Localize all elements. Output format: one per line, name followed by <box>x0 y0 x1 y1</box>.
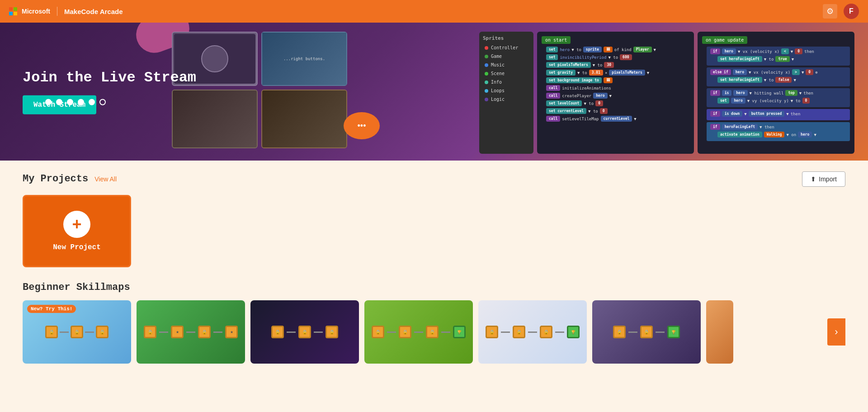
app-name: MakeCode Arcade <box>64 8 123 15</box>
node-trophy: 🏆 <box>567 326 580 338</box>
node: 🔒 <box>399 326 411 338</box>
microsoft-label: Microsoft <box>22 8 50 15</box>
blocks-right-panel: on game update if hero ▼ vx (velocity x)… <box>698 32 854 154</box>
skillmap-nodes-2: 🔒 ★ 🔒 ★ <box>139 321 242 343</box>
projects-grid: + New Project <box>23 195 845 267</box>
microsoft-logo[interactable]: Microsoft <box>9 7 50 15</box>
import-button[interactable]: ⬆ Import <box>802 171 845 187</box>
video-area: ...right buttons. ••• <box>172 32 353 148</box>
dot-1[interactable] <box>45 99 52 105</box>
my-projects-title-area: My Projects View All <box>23 173 117 185</box>
avatar-label: F <box>849 7 854 15</box>
node: 🔒 <box>144 326 156 338</box>
plus-icon: + <box>72 216 81 232</box>
new-project-icon: + <box>63 211 90 238</box>
node: 🔒 <box>640 326 653 338</box>
skillmap-card-6-bg: 🔒 🔒 🏆 <box>592 300 701 364</box>
skillmap-card-2[interactable]: 🔒 ★ 🔒 ★ <box>137 300 245 364</box>
path-line <box>501 331 510 333</box>
skillmap-nodes-6: 🔒 🔒 🏆 <box>609 321 684 343</box>
main-content: My Projects View All ⬆ Import + New Proj… <box>0 161 868 374</box>
path-line <box>555 331 564 333</box>
node: 🔒 <box>271 326 284 338</box>
node: 🔒 <box>540 326 552 338</box>
path-line <box>414 331 423 333</box>
code-panel-area: Sprites Controller Game Music Scene Info <box>479 32 854 154</box>
skillmap-card-5[interactable]: 🔒 🔒 🔒 🏆 <box>478 300 587 364</box>
node: 🔒 <box>198 326 211 338</box>
dot-6[interactable] <box>99 99 106 105</box>
path-line <box>314 331 323 333</box>
dot-3[interactable] <box>67 99 73 105</box>
node: 🔒 <box>71 326 83 338</box>
dot-5[interactable] <box>89 99 95 105</box>
path-line <box>159 331 168 333</box>
path-line <box>628 331 637 333</box>
user-avatar[interactable]: F <box>844 4 859 19</box>
node: 🔒 <box>326 326 338 338</box>
node: 🔒 <box>372 326 384 338</box>
node: 🔒 <box>298 326 311 338</box>
import-label: Import <box>819 175 837 183</box>
dot-4[interactable] <box>78 99 84 105</box>
path-line <box>60 331 69 333</box>
import-icon: ⬆ <box>811 175 816 183</box>
path-line <box>287 331 296 333</box>
beginner-skillmaps-section: Beginner Skillmaps 🔒 🔒 🔒 <box>23 282 845 364</box>
path-line <box>656 331 665 333</box>
node: ★ <box>225 326 238 338</box>
skillmaps-grid: 🔒 🔒 🔒 New? Try This! <box>23 300 845 364</box>
skillmap-card-4-bg: 🔒 🔒 🔒 🏆 <box>364 300 473 364</box>
hero-title: Join the Live Stream <box>23 69 196 86</box>
beginner-skillmaps-title: Beginner Skillmaps <box>23 282 845 293</box>
node: 🔒 <box>486 326 498 338</box>
node: 🔒 <box>96 326 108 338</box>
new-badge: New? Try This! <box>27 305 76 313</box>
skillmap-nodes-3: 🔒 🔒 🔒 <box>267 321 343 343</box>
skillmap-nodes-4: 🔒 🔒 🔒 🏆 <box>367 321 470 343</box>
skillmap-card-4[interactable]: 🔒 🔒 🔒 🏆 <box>364 300 473 364</box>
next-icon: › <box>835 326 838 338</box>
path-line <box>85 331 94 333</box>
settings-button[interactable]: ⚙ <box>823 4 837 19</box>
hero-content: Join the Live Stream Watch Stream <box>23 69 196 114</box>
skillmap-card-7[interactable] <box>706 300 733 364</box>
gear-icon: ⚙ <box>826 6 834 16</box>
skillmap-card-3[interactable]: 🔒 🔒 🔒 <box>250 300 359 364</box>
header-divider <box>57 7 57 16</box>
blocks-sidebar: Sprites Controller Game Music Scene Info <box>479 32 533 154</box>
my-projects-header: My Projects View All ⬆ Import <box>23 171 845 187</box>
skillmap-card-7-bg <box>706 300 733 364</box>
node: 🔒 <box>45 326 58 338</box>
skillmap-nodes-5: 🔒 🔒 🔒 🏆 <box>481 321 584 343</box>
node: 🔒 <box>513 326 525 338</box>
node-trophy: 🏆 <box>453 326 466 338</box>
my-projects-section: My Projects View All ⬆ Import + New Proj… <box>23 171 845 267</box>
chat-bubble: ••• <box>344 112 380 139</box>
path-line <box>387 331 396 333</box>
path-line <box>186 331 195 333</box>
path-line <box>213 331 222 333</box>
hero-banner: Join the Live Stream Watch Stream ...rig… <box>0 23 868 161</box>
video-thumb-top-right: ...right buttons. <box>261 32 347 86</box>
new-project-label: New Project <box>53 243 101 251</box>
header-left: Microsoft MakeCode Arcade <box>9 7 123 16</box>
skillmap-card-1[interactable]: 🔒 🔒 🔒 New? Try This! <box>23 300 131 364</box>
next-button[interactable]: › <box>827 318 845 346</box>
my-projects-title: My Projects <box>23 173 88 185</box>
video-thumb-bottom-right <box>261 90 347 148</box>
skillmap-card-3-bg: 🔒 🔒 🔒 <box>250 300 359 364</box>
dot-2[interactable] <box>56 99 62 105</box>
view-all-link[interactable]: View All <box>94 175 117 183</box>
hero-dots <box>45 99 106 105</box>
new-project-card[interactable]: + New Project <box>23 195 131 267</box>
app-header: Microsoft MakeCode Arcade ⚙ F <box>0 0 868 23</box>
node: 🔒 <box>613 326 626 338</box>
skillmap-card-2-bg: 🔒 ★ 🔒 ★ <box>137 300 245 364</box>
skillmap-card-6[interactable]: 🔒 🔒 🏆 <box>592 300 701 364</box>
node: ★ <box>171 326 184 338</box>
path-line <box>528 331 537 333</box>
skillmaps-container: 🔒 🔒 🔒 New? Try This! <box>23 300 845 364</box>
node: 🔒 <box>426 326 439 338</box>
path-line <box>441 331 450 333</box>
